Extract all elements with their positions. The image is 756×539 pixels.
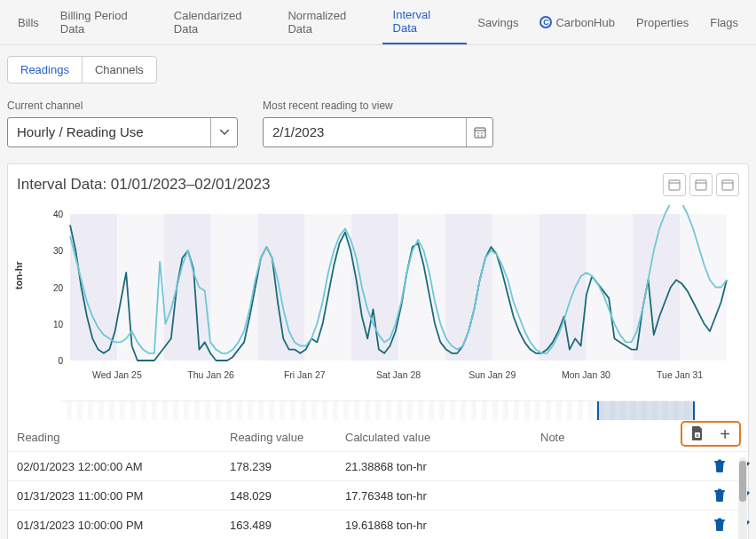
svg-text:20: 20 — [53, 283, 64, 293]
calendar-icon — [668, 178, 681, 191]
svg-rect-24 — [633, 214, 680, 361]
tab-savings[interactable]: Savings — [467, 0, 529, 44]
cell-value: 148.029 — [194, 489, 345, 503]
date-picker-button[interactable] — [466, 118, 492, 147]
svg-rect-0 — [475, 128, 485, 138]
scrollbar-thumb[interactable] — [739, 461, 746, 502]
cell-reading: 02/01/2023 12:00:00 AM — [17, 460, 194, 473]
table-row: 01/31/2023 10:00:00 PM163.48919.61868 to… — [8, 511, 748, 539]
svg-text:Mon Jan 30: Mon Jan 30 — [562, 369, 610, 380]
svg-text:40: 40 — [53, 210, 64, 219]
table-actions: x + — [681, 421, 741, 447]
readings-table: Reading Reading value Calculated value N… — [8, 424, 748, 539]
calendar-icon — [695, 178, 707, 191]
sub-tabs: Readings Channels — [7, 56, 157, 83]
svg-rect-23 — [586, 214, 633, 361]
channel-group: Current channel Hourly / Reading Use — [7, 99, 238, 147]
svg-rect-43 — [718, 489, 721, 491]
svg-point-4 — [477, 135, 479, 137]
tab-normalized-data[interactable]: Normalized Data — [277, 0, 382, 44]
delete-row-button[interactable] — [713, 518, 726, 532]
cell-calc: 17.76348 ton-hr — [345, 489, 540, 503]
chevron-down-icon — [220, 130, 229, 135]
tab-carbonhub[interactable]: C CarbonHub — [529, 0, 626, 44]
col-note: Note — [540, 431, 673, 444]
tab-properties[interactable]: Properties — [626, 0, 699, 44]
card-title: Interval Data: 01/01/2023–02/01/2023 — [17, 176, 270, 194]
card-header: Interval Data: 01/01/2023–02/01/2023 — [8, 168, 748, 205]
svg-text:0: 0 — [58, 356, 63, 366]
tab-bills[interactable]: Bills — [7, 0, 50, 44]
svg-rect-45 — [718, 519, 721, 520]
svg-rect-19 — [398, 214, 445, 361]
cell-calc: 19.61868 ton-hr — [345, 519, 540, 532]
svg-rect-8 — [696, 180, 706, 190]
cell-reading: 01/31/2023 10:00:00 PM — [17, 519, 194, 532]
subtab-channels[interactable]: Channels — [82, 57, 156, 83]
export-button[interactable]: x — [691, 426, 704, 441]
svg-rect-41 — [718, 460, 721, 462]
svg-text:Thu Jan 26: Thu Jan 26 — [187, 369, 234, 380]
tab-flags[interactable]: Flags — [699, 0, 749, 44]
table-row: 01/31/2023 11:00:00 PM148.02917.76348 to… — [8, 481, 748, 511]
calendar-buttons — [663, 173, 739, 196]
delete-row-button[interactable] — [713, 488, 726, 503]
trash-icon — [713, 459, 726, 473]
table-scrollbar[interactable] — [738, 457, 747, 539]
calendar-icon — [474, 126, 486, 139]
date-group: Most recent reading to view 2/1/2023 — [263, 99, 493, 147]
channel-select-value: Hourly / Reading Use — [8, 118, 210, 147]
controls-row: Current channel Hourly / Reading Use Mos… — [0, 83, 756, 160]
tab-interval-data[interactable]: Interval Data — [382, 0, 468, 44]
cell-reading: 01/31/2023 11:00:00 PM — [17, 489, 194, 503]
svg-rect-10 — [722, 180, 733, 190]
calendar-button-2[interactable] — [689, 173, 713, 196]
svg-text:Tue Jan 31: Tue Jan 31 — [657, 369, 703, 380]
svg-rect-16 — [257, 214, 304, 361]
svg-point-2 — [477, 132, 479, 134]
carbonhub-icon: C — [539, 16, 552, 28]
svg-text:Fri Jan 27: Fri Jan 27 — [284, 369, 326, 380]
delete-row-button[interactable] — [713, 459, 726, 473]
subtab-readings[interactable]: Readings — [8, 57, 82, 83]
svg-text:10: 10 — [53, 320, 64, 329]
table-row: 02/01/2023 12:00:00 AM178.23921.38868 to… — [8, 452, 748, 481]
calendar-button-1[interactable] — [663, 173, 686, 196]
tab-billing-period-data[interactable]: Billing Period Data — [50, 0, 163, 44]
svg-rect-6 — [669, 180, 680, 190]
svg-point-3 — [481, 132, 483, 134]
col-reading-value: Reading value — [194, 431, 345, 444]
interval-chart: 010203040 Wed Jan 25Thu Jan 26Fri Jan 27… — [17, 205, 736, 392]
col-calculated-value: Calculated value — [345, 431, 540, 444]
chart-context-bar[interactable] — [61, 400, 695, 420]
cell-value: 178.239 — [194, 460, 345, 473]
add-reading-button[interactable]: + — [720, 426, 730, 441]
tab-calendarized-data[interactable]: Calendarized Data — [163, 0, 278, 44]
svg-text:Wed Jan 25: Wed Jan 25 — [92, 369, 142, 380]
table-header: Reading Reading value Calculated value N… — [8, 424, 748, 452]
cell-value: 163.489 — [194, 519, 345, 532]
context-handle[interactable] — [597, 401, 695, 420]
svg-point-5 — [481, 135, 483, 137]
calendar-button-3[interactable] — [716, 173, 739, 196]
trash-icon — [713, 488, 726, 503]
chart-area: ton-hr 010203040 Wed Jan 25Thu Jan 26Fri… — [8, 205, 748, 400]
channel-select-button[interactable] — [210, 118, 237, 147]
trash-icon — [713, 518, 726, 532]
cell-calc: 21.38868 ton-hr — [345, 460, 540, 473]
svg-rect-21 — [492, 214, 539, 361]
date-label: Most recent reading to view — [263, 99, 493, 112]
date-input-value: 2/1/2023 — [264, 118, 466, 147]
date-input[interactable]: 2/1/2023 — [263, 117, 493, 147]
interval-data-card: Interval Data: 01/01/2023–02/01/2023 ton… — [7, 163, 749, 539]
channel-select[interactable]: Hourly / Reading Use — [7, 117, 238, 147]
channel-label: Current channel — [7, 99, 238, 112]
svg-rect-18 — [351, 214, 398, 361]
svg-rect-20 — [445, 214, 492, 361]
tab-carbonhub-label: CarbonHub — [555, 16, 615, 29]
calendar-icon — [721, 178, 734, 191]
svg-text:30: 30 — [53, 246, 64, 256]
svg-rect-22 — [539, 214, 587, 361]
svg-text:Sat Jan 28: Sat Jan 28 — [376, 369, 421, 380]
svg-rect-15 — [211, 214, 258, 361]
